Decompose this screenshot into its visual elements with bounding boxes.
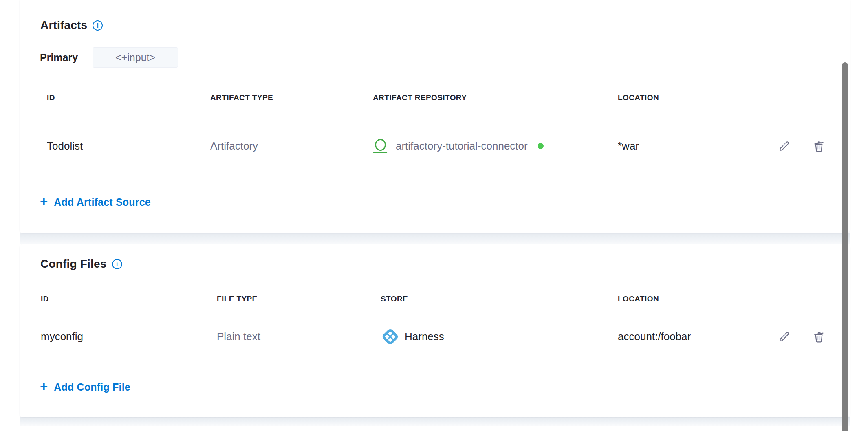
- artifactory-connector-icon: [373, 139, 388, 154]
- add-config-file-button[interactable]: + Add Config File: [40, 380, 130, 394]
- trash-icon: [812, 139, 826, 153]
- col-header-file-type: FILE TYPE: [217, 295, 381, 303]
- col-header-location: LOCATION: [618, 295, 778, 303]
- artifact-id: Todolist: [47, 140, 210, 152]
- artifact-repository-name: artifactory-tutorial-connector: [396, 140, 528, 152]
- col-header-artifact-type: ARTIFACT TYPE: [210, 93, 373, 102]
- artifacts-table-header: ID ARTIFACT TYPE ARTIFACT REPOSITORY LOC…: [20, 89, 850, 107]
- artifact-source-row: Todolist Artifactory artifactory-tutoria…: [20, 114, 850, 178]
- col-header-store: STORE: [381, 295, 618, 303]
- col-header-id: ID: [41, 295, 217, 303]
- artifact-type: Artifactory: [210, 140, 373, 152]
- next-card-top-edge: [20, 426, 850, 431]
- edit-artifact-button[interactable]: [778, 139, 791, 153]
- add-artifact-source-button[interactable]: + Add Artifact Source: [40, 196, 151, 209]
- config-files-table-header: ID FILE TYPE STORE LOCATION: [20, 290, 850, 308]
- trash-icon: [812, 330, 826, 343]
- config-file-row-actions: [778, 330, 850, 343]
- artifacts-title-row: Artifacts i: [40, 19, 103, 32]
- artifact-row-actions: [778, 139, 850, 153]
- config-files-card: Config Files i ID FILE TYPE STORE LOCATI…: [20, 244, 850, 417]
- primary-artifact-row: Primary <+input>: [40, 47, 178, 68]
- config-file-store-name: Harness: [405, 330, 444, 343]
- pencil-icon: [778, 139, 791, 153]
- card-gap: [20, 233, 850, 244]
- col-header-location: LOCATION: [618, 93, 778, 102]
- connector-status-dot: [538, 143, 544, 149]
- primary-artifact-input[interactable]: <+input>: [93, 47, 178, 68]
- col-header-artifact-repository: ARTIFACT REPOSITORY: [373, 93, 618, 102]
- artifact-location: *war: [618, 140, 778, 152]
- config-file-type: Plain text: [217, 330, 381, 343]
- vertical-scrollbar-thumb[interactable]: [842, 62, 848, 431]
- delete-artifact-button[interactable]: [812, 139, 826, 153]
- delete-config-file-button[interactable]: [812, 330, 826, 343]
- config-file-row: myconfig Plain text Harness account:/foo…: [20, 308, 850, 365]
- divider: [40, 178, 835, 178]
- add-config-file-label: Add Config File: [54, 381, 130, 393]
- artifacts-section-title: Artifacts: [40, 19, 87, 32]
- config-files-section-title: Config Files: [40, 257, 107, 270]
- config-file-id: myconfig: [41, 330, 217, 343]
- card-gap: [20, 417, 850, 426]
- plus-icon: +: [40, 380, 48, 393]
- info-icon[interactable]: i: [93, 20, 103, 31]
- artifacts-card: Artifacts i Primary <+input> ID ARTIFACT…: [20, 0, 850, 233]
- plus-icon: +: [40, 195, 48, 208]
- content-column: Artifacts i Primary <+input> ID ARTIFACT…: [20, 0, 850, 431]
- service-config-panel: Artifacts i Primary <+input> ID ARTIFACT…: [0, 0, 868, 431]
- harness-logo-icon: [381, 327, 399, 346]
- config-file-store-cell: Harness: [381, 327, 618, 346]
- artifact-repository-cell: artifactory-tutorial-connector: [373, 139, 618, 154]
- divider: [40, 365, 835, 365]
- config-file-location: account:/foobar: [618, 330, 778, 343]
- config-files-title-row: Config Files i: [40, 257, 122, 270]
- pencil-icon: [778, 330, 791, 343]
- add-artifact-source-label: Add Artifact Source: [54, 196, 151, 208]
- primary-label: Primary: [40, 52, 78, 64]
- edit-config-file-button[interactable]: [778, 330, 791, 343]
- info-icon[interactable]: i: [112, 259, 122, 269]
- col-header-id: ID: [47, 93, 210, 102]
